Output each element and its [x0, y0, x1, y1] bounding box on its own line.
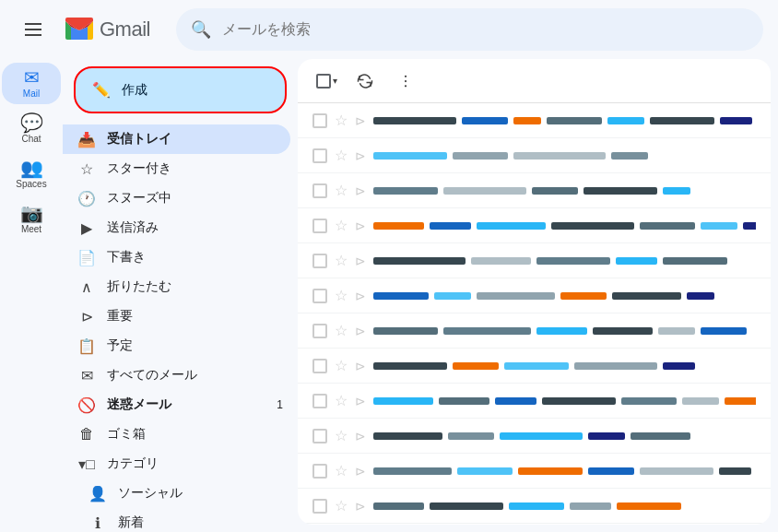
main-layout: ✉ Mail 💬 Chat 👥 Spaces 📷 Meet ✏️ 作成 📥 受信…	[0, 59, 778, 532]
svg-rect-0	[25, 23, 41, 25]
topbar: Gmail 🔍	[0, 0, 778, 59]
star-icon[interactable]: ☆	[335, 287, 348, 304]
email-row[interactable]: ☆ ⊳	[298, 173, 771, 208]
row-checkbox[interactable]	[312, 429, 327, 443]
sidebar-item-chat[interactable]: 💬 Chat	[2, 108, 61, 149]
row-checkbox[interactable]	[312, 148, 327, 163]
email-row[interactable]: ☆ ⊳	[298, 524, 771, 525]
row-checkbox[interactable]	[312, 394, 327, 408]
nav-label-important: 重要	[107, 308, 283, 325]
nav-item-social[interactable]: 👤 ソーシャル	[63, 479, 290, 508]
mail-icon: ✉	[24, 68, 40, 87]
email-row[interactable]: ☆ ⊳	[298, 349, 771, 384]
search-bar[interactable]: 🔍	[176, 8, 763, 51]
star-icon[interactable]: ☆	[335, 182, 348, 199]
nav-item-starred[interactable]: ☆ スター付き	[63, 154, 290, 183]
select-all-dropdown[interactable]: ▾	[312, 70, 341, 92]
sidebar-item-mail[interactable]: ✉ Mail	[2, 63, 61, 104]
email-row[interactable]: ☆ ⊳	[298, 419, 771, 454]
svg-point-4	[405, 79, 407, 81]
label-icon[interactable]: ⊳	[355, 254, 366, 268]
nav-item-drafts[interactable]: 📄 下書き	[63, 242, 290, 272]
svg-rect-1	[25, 29, 41, 30]
row-checkbox[interactable]	[312, 289, 327, 303]
nav-item-spam[interactable]: 🚫 迷惑メール 1	[63, 390, 290, 420]
compose-button[interactable]: ✏️ 作成	[74, 66, 287, 113]
star-icon[interactable]: ☆	[335, 357, 348, 374]
nav-item-scheduled[interactable]: 📋 予定	[63, 331, 290, 361]
row-checkbox[interactable]	[312, 324, 327, 338]
spaces-icon: 👥	[20, 159, 43, 177]
email-row[interactable]: ☆ ⊳	[298, 278, 771, 313]
label-icon[interactable]: ⊳	[355, 289, 366, 303]
more-options-button[interactable]	[389, 65, 422, 98]
svg-point-3	[405, 75, 407, 77]
sidebar-item-spaces-label: Spaces	[16, 179, 46, 189]
label-icon[interactable]: ⊳	[355, 148, 366, 163]
email-row[interactable]: ☆ ⊳	[298, 103, 771, 138]
label-icon[interactable]: ⊳	[355, 394, 366, 408]
label-icon[interactable]: ⊳	[355, 113, 366, 128]
nav-label-fold: 折りたたむ	[107, 278, 283, 295]
nav-item-snoozed[interactable]: 🕐 スヌーズ中	[63, 183, 290, 213]
label-icon[interactable]: ⊳	[355, 359, 366, 373]
star-icon[interactable]: ☆	[335, 497, 348, 514]
updates-icon: ℹ	[88, 514, 107, 532]
star-icon[interactable]: ☆	[335, 392, 348, 409]
email-row[interactable]: ☆ ⊳	[298, 313, 771, 349]
gmail-logo-icon	[63, 13, 96, 46]
pencil-icon: ✏️	[92, 81, 111, 99]
star-icon[interactable]: ☆	[335, 322, 348, 339]
nav-item-trash[interactable]: 🗑 ゴミ箱	[63, 420, 290, 449]
email-row[interactable]: ☆ ⊳	[298, 243, 771, 278]
nav-label-all: すべてのメール	[107, 367, 283, 384]
select-dropdown-arrow[interactable]: ▾	[333, 76, 337, 86]
email-row[interactable]: ☆ ⊳	[298, 454, 771, 489]
compose-label: 作成	[122, 82, 147, 99]
row-checkbox[interactable]	[312, 359, 327, 373]
label-icon[interactable]: ⊳	[355, 219, 366, 233]
nav-item-sent[interactable]: ▶ 送信済み	[63, 213, 290, 242]
nav-item-fold[interactable]: ∧ 折りたたむ	[63, 272, 290, 301]
star-icon[interactable]: ☆	[335, 217, 348, 234]
sidebar-item-spaces[interactable]: 👥 Spaces	[2, 153, 61, 195]
star-icon[interactable]: ☆	[335, 427, 348, 444]
email-row[interactable]: ☆ ⊳	[298, 138, 771, 173]
star-icon[interactable]: ☆	[335, 462, 348, 479]
email-row[interactable]: ☆ ⊳	[298, 384, 771, 419]
all-mail-icon: ✉	[77, 367, 96, 384]
nav-item-categories[interactable]: ▾□ カテゴリ	[63, 449, 290, 479]
select-all-checkbox[interactable]	[316, 74, 331, 89]
label-icon[interactable]: ⊳	[355, 499, 366, 514]
email-row[interactable]: ☆ ⊳	[298, 489, 771, 524]
star-icon[interactable]: ☆	[335, 112, 348, 129]
row-content	[373, 432, 756, 440]
row-checkbox[interactable]	[312, 464, 327, 479]
row-content	[373, 222, 756, 230]
row-content	[373, 152, 756, 160]
nav-label-social: ソーシャル	[118, 485, 283, 502]
hamburger-menu-button[interactable]	[15, 11, 52, 48]
star-icon[interactable]: ☆	[335, 252, 348, 269]
sidebar-item-meet[interactable]: 📷 Meet	[2, 198, 61, 240]
label-icon[interactable]: ⊳	[355, 464, 366, 479]
row-checkbox[interactable]	[312, 183, 327, 198]
star-icon[interactable]: ☆	[335, 147, 348, 164]
nav-item-important[interactable]: ⊳ 重要	[63, 301, 290, 331]
left-sidebar: ✏️ 作成 📥 受信トレイ ☆ スター付き 🕐 スヌーズ中 ▶ 送信済み 📄 下…	[63, 59, 298, 532]
refresh-button[interactable]	[348, 65, 382, 98]
nav-item-all[interactable]: ✉ すべてのメール	[63, 361, 290, 390]
email-row[interactable]: ☆ ⊳	[298, 208, 771, 243]
nav-item-updates[interactable]: ℹ 新着	[63, 508, 290, 532]
nav-item-inbox[interactable]: 📥 受信トレイ	[63, 124, 290, 154]
row-checkbox[interactable]	[312, 254, 327, 268]
svg-point-5	[405, 85, 407, 87]
row-checkbox[interactable]	[312, 113, 327, 128]
search-input[interactable]	[222, 21, 749, 38]
label-icon[interactable]: ⊳	[355, 183, 366, 198]
nav-label-drafts: 下書き	[107, 249, 283, 266]
label-icon[interactable]: ⊳	[355, 324, 366, 338]
row-checkbox[interactable]	[312, 499, 327, 514]
row-checkbox[interactable]	[312, 219, 327, 233]
label-icon[interactable]: ⊳	[355, 429, 366, 443]
